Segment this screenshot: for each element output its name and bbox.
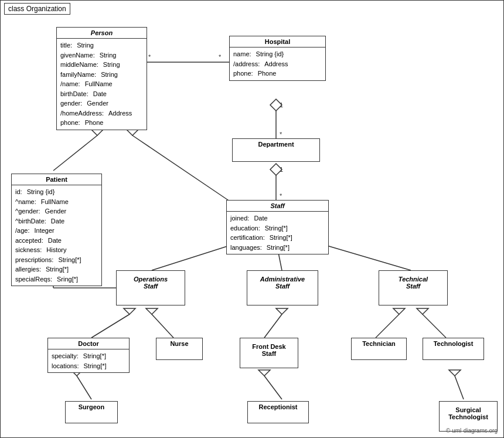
svg-text:*: *	[280, 192, 282, 199]
svg-marker-3	[270, 99, 282, 111]
surgeon-title: Surgeon	[66, 402, 117, 412]
patient-class: Patient id:String {id} ^name:FullName ^g…	[11, 174, 102, 286]
technician-class: Technician	[351, 338, 407, 360]
svg-marker-32	[393, 308, 405, 314]
operations-staff-title: OperationsStaff	[117, 271, 185, 294]
front-desk-staff-class: Front DeskStaff	[240, 338, 298, 368]
operations-staff-class: OperationsStaff	[116, 270, 185, 305]
copyright: © uml-diagrams.org	[446, 427, 498, 434]
svg-marker-14	[127, 130, 138, 135]
person-body: title:String givenName:String middleName…	[57, 39, 147, 130]
svg-marker-7	[270, 164, 282, 175]
staff-body: joined:Date education:String[*] certific…	[227, 212, 328, 254]
surgeon-class: Surgeon	[65, 401, 118, 423]
svg-text:*: *	[219, 53, 222, 60]
technologist-class: Technologist	[423, 338, 484, 360]
svg-text:1: 1	[280, 166, 283, 173]
svg-line-25	[91, 314, 130, 338]
staff-class: Staff joined:Date education:String[*] ce…	[226, 200, 329, 254]
receptionist-title: Receptionist	[248, 402, 308, 412]
svg-marker-28	[146, 308, 158, 314]
svg-marker-30	[276, 308, 288, 314]
svg-text:*: *	[148, 53, 151, 60]
nurse-title: Nurse	[156, 338, 202, 349]
svg-line-39	[455, 376, 464, 399]
svg-text:*: *	[280, 131, 282, 138]
person-title: Person	[57, 28, 147, 39]
svg-marker-38	[258, 370, 270, 376]
hospital-class: Hospital name:String {id} /address:Addre…	[229, 36, 326, 81]
svg-line-27	[152, 314, 173, 338]
svg-line-29	[264, 314, 282, 338]
svg-line-31	[376, 314, 399, 338]
doctor-body: specialty:String[*] locations:String[*]	[48, 349, 129, 372]
svg-marker-12	[91, 130, 103, 135]
diagram-title: class Organization	[4, 3, 70, 15]
svg-marker-26	[124, 308, 135, 314]
administrative-staff-class: AdministrativeStaff	[247, 270, 318, 305]
svg-line-13	[132, 135, 241, 209]
department-title: Department	[233, 139, 319, 150]
svg-line-37	[264, 376, 282, 399]
doctor-title: Doctor	[48, 338, 129, 349]
technical-staff-title: TechnicalStaff	[379, 271, 447, 294]
person-class: Person title:String givenName:String mid…	[56, 27, 147, 130]
diagram-container: class Organization * * 1 * 1 *	[0, 0, 504, 438]
svg-line-11	[53, 135, 97, 171]
front-desk-staff-title: Front DeskStaff	[240, 338, 298, 362]
svg-marker-40	[449, 370, 461, 376]
svg-marker-34	[417, 308, 428, 314]
department-class: Department	[232, 138, 320, 162]
staff-title: Staff	[227, 201, 328, 212]
doctor-class: Doctor specialty:String[*] locations:Str…	[47, 338, 130, 373]
surgical-technologist-title: SurgicalTechnologist	[440, 402, 497, 425]
patient-body: id:String {id} ^name:FullName ^gender:Ge…	[12, 185, 101, 286]
receptionist-class: Receptionist	[247, 401, 309, 423]
svg-line-35	[77, 376, 91, 399]
technical-staff-class: TechnicalStaff	[379, 270, 448, 305]
technologist-title: Technologist	[423, 338, 483, 349]
administrative-staff-title: AdministrativeStaff	[247, 271, 318, 294]
hospital-title: Hospital	[230, 36, 325, 47]
svg-line-33	[423, 314, 446, 338]
nurse-class: Nurse	[156, 338, 203, 360]
hospital-body: name:String {id} /address:Address phone:…	[230, 47, 325, 80]
patient-title: Patient	[12, 174, 101, 185]
svg-text:1: 1	[280, 101, 283, 108]
technician-title: Technician	[352, 338, 406, 349]
